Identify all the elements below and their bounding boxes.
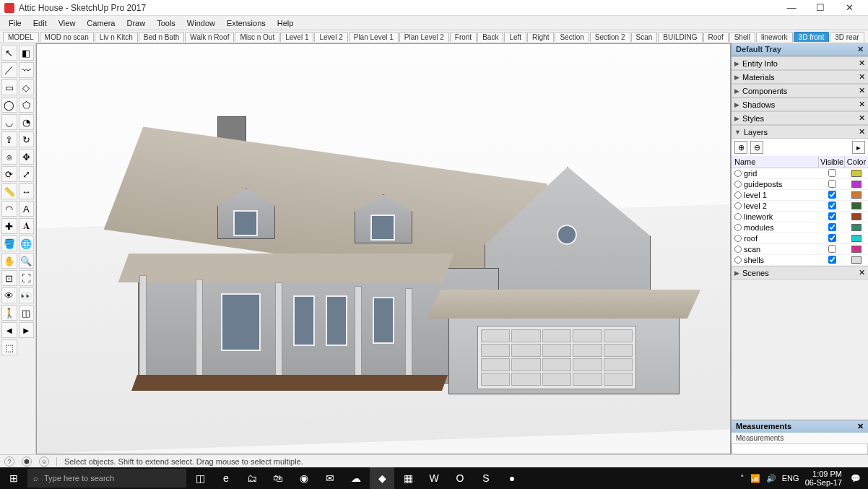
layer-visible-checkbox[interactable] — [828, 191, 836, 199]
scene-tab[interactable]: 3D rear — [830, 32, 864, 42]
scene-tab[interactable]: linework — [756, 32, 793, 42]
scene-tab[interactable]: Plan Level 2 — [399, 32, 449, 42]
scene-tab[interactable]: 3D front — [794, 32, 830, 42]
layer-color-swatch[interactable] — [851, 170, 862, 177]
pushpull-tool[interactable]: ⇧ — [1, 131, 17, 147]
taskview-button[interactable]: ◫ — [188, 467, 212, 489]
layer-active-radio[interactable] — [734, 170, 742, 177]
systray[interactable]: ˄ 📶 🔊 ENG 1:09 PM 06-Sep-17 💬 — [734, 469, 867, 487]
layer-color-swatch[interactable] — [851, 246, 862, 253]
layer-row[interactable]: modules — [732, 222, 868, 233]
layer-color-swatch[interactable] — [851, 191, 862, 199]
position-tool[interactable]: 👁 — [1, 287, 17, 303]
status-info-icon[interactable]: ? — [4, 456, 14, 467]
taskbar-sketchup-icon[interactable]: ◆ — [370, 467, 394, 489]
axes-tool[interactable]: ✚ — [1, 218, 17, 234]
panel-close-icon[interactable]: ✕ — [859, 127, 865, 137]
move-tool[interactable]: ✥ — [19, 149, 35, 165]
taskbar-outlook-icon[interactable]: O — [448, 467, 472, 489]
protractor-tool[interactable]: ◠ — [1, 201, 17, 217]
panel-styles[interactable]: ▶Styles✕ — [732, 111, 868, 125]
circle-tool[interactable]: ◯ — [1, 97, 17, 113]
scene-tab[interactable]: Level 1 — [280, 32, 313, 42]
eraser-tool[interactable]: ◧ — [19, 45, 35, 61]
text-tool[interactable]: A — [19, 201, 35, 217]
layers-col-name[interactable]: Name — [732, 156, 819, 168]
scene-tab[interactable]: Walk n Roof — [185, 32, 234, 42]
panel-close-icon[interactable]: ✕ — [859, 113, 865, 123]
layer-row[interactable]: grid — [732, 168, 868, 179]
menu-edit[interactable]: Edit — [27, 17, 53, 29]
taskbar-app1-icon[interactable]: ▦ — [396, 467, 420, 489]
extra-tool-1[interactable]: ⬚ — [1, 339, 17, 355]
layer-active-radio[interactable] — [734, 246, 742, 253]
start-button[interactable]: ⊞ — [1, 467, 26, 489]
scene-tab[interactable]: MOD no scan — [40, 32, 94, 42]
section-tool[interactable]: ◫ — [19, 305, 35, 321]
paint-tool[interactable]: 🪣 — [1, 235, 17, 251]
layer-visible-checkbox[interactable] — [828, 180, 836, 188]
taskbar-search[interactable]: ⌕ Type here to search — [27, 469, 186, 488]
scene-tab[interactable]: Shell — [729, 32, 755, 42]
panel-close-icon[interactable]: ✕ — [859, 100, 865, 109]
layer-visible-checkbox[interactable] — [828, 212, 836, 220]
scene-tab[interactable]: Bed n Bath — [139, 32, 184, 42]
systray-lang[interactable]: ENG — [782, 474, 799, 482]
maximize-button[interactable]: ☐ — [806, 0, 835, 16]
taskbar-store-icon[interactable]: 🛍 — [266, 467, 290, 489]
scene-tab[interactable]: Scan — [631, 32, 658, 42]
layer-color-swatch[interactable] — [851, 213, 862, 220]
taskbar-word-icon[interactable]: W — [422, 467, 446, 489]
menu-file[interactable]: File — [3, 17, 27, 29]
rotate-tool[interactable]: ⟳ — [1, 166, 17, 182]
panel-materials[interactable]: ▶Materials✕ — [732, 70, 868, 84]
layer-color-swatch[interactable] — [851, 235, 862, 242]
scene-tab[interactable]: Section — [555, 32, 589, 42]
menu-help[interactable]: Help — [272, 17, 300, 29]
menu-draw[interactable]: Draw — [121, 17, 151, 29]
polygon-tool[interactable]: ⬠ — [19, 97, 35, 113]
layer-visible-checkbox[interactable] — [828, 234, 836, 242]
layer-color-swatch[interactable] — [851, 256, 862, 264]
taskbar-cloud-icon[interactable]: ☁ — [344, 467, 368, 489]
orbit-tool[interactable]: 🌐 — [19, 235, 35, 251]
layer-visible-checkbox[interactable] — [828, 256, 836, 264]
layer-active-radio[interactable] — [734, 256, 742, 264]
pie-tool[interactable]: ◔ — [19, 114, 35, 130]
arc-tool[interactable]: ◡ — [1, 114, 17, 130]
panel-scenes[interactable]: ▶Scenes✕ — [732, 266, 868, 280]
layer-row[interactable]: level 1 — [732, 190, 868, 201]
scene-tab[interactable]: Level 2 — [314, 32, 347, 42]
layer-row[interactable]: guideposts — [732, 179, 868, 190]
panel-close-icon[interactable]: ✕ — [859, 86, 865, 95]
menu-camera[interactable]: Camera — [81, 17, 121, 29]
layer-active-radio[interactable] — [734, 213, 742, 220]
tape-tool[interactable]: 📏 — [1, 183, 17, 199]
status-geo-icon[interactable]: ⬢ — [22, 456, 32, 467]
line-tool[interactable]: ／ — [1, 62, 17, 78]
status-user-icon[interactable]: ☺ — [39, 456, 49, 467]
taskbar-obs-icon[interactable]: ● — [500, 467, 524, 489]
panel-entity-info[interactable]: ▶Entity Info✕ — [732, 56, 868, 70]
taskbar-chrome-icon[interactable]: ◉ — [292, 467, 316, 489]
panel-components[interactable]: ▶Components✕ — [732, 84, 868, 98]
systray-volume-icon[interactable]: 🔊 — [766, 474, 776, 483]
freehand-tool[interactable]: 〰 — [19, 62, 35, 78]
zoomext-tool[interactable]: ⛶ — [19, 270, 35, 286]
layer-color-swatch[interactable] — [851, 181, 862, 188]
dimension-tool[interactable]: ↔ — [19, 183, 35, 199]
taskbar-mail-icon[interactable]: ✉ — [318, 467, 342, 489]
zoomwin-tool[interactable]: ⊡ — [1, 270, 17, 286]
menu-view[interactable]: View — [53, 17, 82, 29]
layer-visible-checkbox[interactable] — [828, 223, 836, 231]
scene-tab[interactable]: Misc n Out — [235, 32, 279, 42]
scene-tab[interactable]: Section 2 — [590, 32, 630, 42]
3dtext-tool[interactable]: 𝐀 — [19, 218, 35, 234]
next-tool[interactable]: ► — [19, 322, 35, 338]
offset-tool[interactable]: ⌾ — [1, 149, 17, 165]
measurements-close-icon[interactable]: ✕ — [857, 422, 864, 431]
systray-notifications-icon[interactable]: 💬 — [851, 474, 861, 483]
layer-row[interactable]: linework — [732, 212, 868, 222]
select-tool[interactable]: ↖ — [1, 45, 17, 61]
layer-active-radio[interactable] — [734, 224, 742, 231]
